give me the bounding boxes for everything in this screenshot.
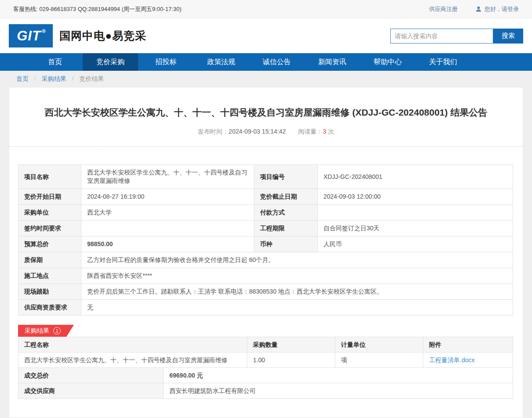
deal-total-value: 69690.00 元	[164, 368, 513, 383]
site-survey-label: 现场踏勘	[18, 284, 81, 300]
table-row: 成交供应商 西安长明建筑防水工程有限公司	[18, 383, 513, 399]
result-quantity: 1.00	[247, 353, 335, 368]
result-project-name: 西北大学长安校区学生公寓九、十、十一、十四号楼及自习室房屋漏雨维修	[18, 353, 247, 368]
breadcrumb: 首页 / 采购结果 / 竞价结果	[0, 71, 532, 87]
currency-label: 币种	[254, 236, 318, 252]
site-header: GIT ® 国网中电●易竞采 搜索	[0, 18, 532, 53]
table-row: 施工地点 陕西省西安市长安区****	[18, 268, 513, 284]
purchase-result-tag: 采购结果 1	[18, 325, 74, 337]
budget-total-value: 98850.00	[81, 236, 254, 252]
project-duration-label: 工程期限	[254, 221, 318, 236]
announcement-card: 西北大学长安校区学生公寓九、十、十一、十四号楼及自习室房屋漏雨维修 (XDJJ-…	[9, 87, 523, 418]
table-row: 供应商资质要求 无	[18, 300, 513, 316]
deal-supplier-value: 西安长明建筑防水工程有限公司	[164, 383, 513, 399]
logo-registered-mark: ®	[42, 28, 46, 34]
supplier-register-link[interactable]: 供应商注册	[429, 5, 458, 13]
breadcrumb-separator: /	[72, 75, 74, 82]
result-count-badge: 1	[53, 327, 61, 334]
signing-time-label: 签约时间要求	[18, 221, 81, 236]
deal-total-label: 成交总价	[18, 368, 164, 383]
main-nav: 首页 竞价采购 招投标 政策法规 诚信公告 新闻资讯 帮助中心 关于我们	[0, 53, 532, 71]
views-unit: 次	[328, 128, 334, 135]
table-header-row: 工程名称 采购数量 计量单位 附件	[18, 337, 513, 353]
topbar: 客服热线: 029-86618373 QQ:2881944994 (周一至周五9…	[0, 0, 532, 18]
page-title: 西北大学长安校区学生公寓九、十、十一、十四号楼及自习室房屋漏雨维修 (XDJJ-…	[9, 87, 523, 118]
payment-method-value	[318, 205, 513, 221]
table-row: 西北大学长安校区学生公寓九、十、十一、十四号楼及自习室房屋漏雨维修 1.00 项…	[18, 353, 513, 368]
table-row: 质保期 乙方对合同工程的质量保修期为验收合格并交付使用之日起 60个月。	[18, 252, 513, 268]
table-row: 项目名称 西北大学长安校区学生公寓九、十、十一、十四号楼及自习室房屋漏雨维修 项…	[18, 165, 513, 189]
search-bar: 搜索	[390, 29, 523, 44]
currency-value: 人民币	[318, 236, 513, 252]
warranty-value: 乙方对合同工程的质量保修期为验收合格并交付使用之日起 60个月。	[81, 252, 513, 268]
breadcrumb-current: 竞价结果	[79, 75, 104, 82]
bid-start-label: 竞价开始日期	[18, 189, 81, 205]
breadcrumb-home[interactable]: 首页	[16, 75, 29, 82]
nav-item-help-center[interactable]: 帮助中心	[360, 53, 415, 71]
login-group[interactable]: 您好，请登录	[475, 5, 519, 13]
header-quantity: 采购数量	[247, 337, 335, 353]
construction-site-label: 施工地点	[18, 268, 81, 284]
nav-item-policy[interactable]: 政策法规	[194, 53, 249, 71]
logo-text: GIT	[17, 28, 41, 44]
purchase-result-table: 工程名称 采购数量 计量单位 附件 西北大学长安校区学生公寓九、十、十一、十四号…	[18, 337, 513, 399]
nav-item-news[interactable]: 新闻资讯	[305, 53, 360, 71]
result-unit: 项	[335, 353, 423, 368]
bid-deadline-label: 竞价截止日期	[254, 189, 318, 205]
service-hotline-text: 客服热线: 029-86618373 QQ:2881944994 (周一至周五9…	[13, 5, 181, 13]
table-row: 预算总价 98850.00 币种 人民币	[18, 236, 513, 252]
purchase-result-tag-label: 采购结果	[25, 327, 49, 335]
supplier-qualification-label: 供应商资质要求	[18, 300, 81, 316]
dashed-divider	[9, 146, 523, 147]
header-unit: 计量单位	[335, 337, 423, 353]
breadcrumb-purchase-results[interactable]: 采购结果	[42, 75, 66, 82]
payment-method-label: 付款方式	[254, 205, 318, 221]
site-brand-name: 国网中电●易竞采	[59, 29, 147, 43]
warranty-label: 质保期	[18, 252, 81, 268]
topbar-right: 供应商注册 您好，请登录	[429, 5, 519, 13]
table-row: 成交总价 69690.00 元	[18, 368, 513, 383]
project-info-table: 项目名称 西北大学长安校区学生公寓九、十、十一、十四号楼及自习室房屋漏雨维修 项…	[18, 164, 513, 316]
publish-time-value: 2024-09-03 15:14:42	[229, 128, 286, 135]
nav-item-about-us[interactable]: 关于我们	[415, 53, 471, 71]
breadcrumb-separator: /	[34, 75, 36, 82]
search-button[interactable]: 搜索	[493, 29, 523, 44]
site-survey-value: 竞价开启后第三个工作日。踏勘联系人：王清学 联系电话：88308530 地点：西…	[81, 284, 513, 300]
article-meta: 发布时间：2024-09-03 15:14:42阅读量：3次	[9, 128, 523, 136]
header-project-name: 工程名称	[18, 337, 247, 353]
supplier-qualification-value: 无	[81, 300, 513, 316]
bid-deadline-value: 2024-09-03 12:00:00	[318, 189, 513, 205]
table-row: 签约时间要求 工程期限 自合同签订之日30天	[18, 221, 513, 236]
purchaser-value: 西北大学	[81, 205, 254, 221]
project-number-label: 项目编号	[254, 165, 318, 189]
project-duration-value: 自合同签订之日30天	[318, 221, 513, 236]
attachment-link[interactable]: 工程量清单.docx	[429, 356, 474, 363]
views-label: 阅读量：	[298, 128, 323, 135]
deal-supplier-label: 成交供应商	[18, 383, 164, 399]
table-row: 采购单位 西北大学 付款方式	[18, 205, 513, 221]
table-row: 竞价开始日期 2024-08-27 16:19:00 竞价截止日期 2024-0…	[18, 189, 513, 205]
nav-item-home[interactable]: 首页	[27, 53, 83, 71]
login-link[interactable]: 您好，请登录	[484, 5, 519, 13]
purchaser-label: 采购单位	[18, 205, 81, 221]
nav-item-tender[interactable]: 招投标	[138, 53, 194, 71]
search-input[interactable]	[390, 29, 493, 44]
project-name-label: 项目名称	[18, 165, 81, 189]
site-logo[interactable]: GIT ®	[9, 24, 53, 47]
signing-time-value	[81, 221, 254, 236]
publish-time-label: 发布时间：	[198, 128, 229, 135]
nav-item-bidding-purchase[interactable]: 竞价采购	[83, 53, 138, 71]
person-icon	[475, 6, 482, 12]
budget-total-label: 预算总价	[18, 236, 81, 252]
project-name-value: 西北大学长安校区学生公寓九、十、十一、十四号楼及自习室房屋漏雨维修	[81, 165, 254, 189]
nav-item-integrity-notice[interactable]: 诚信公告	[249, 53, 305, 71]
project-number-value: XDJJ-GC-202408001	[318, 165, 513, 189]
views-count: 3	[323, 128, 327, 135]
construction-site-value: 陕西省西安市长安区****	[81, 268, 513, 284]
bid-start-value: 2024-08-27 16:19:00	[81, 189, 254, 205]
header-attachment: 附件	[423, 337, 513, 353]
table-row: 现场踏勘 竞价开启后第三个工作日。踏勘联系人：王清学 联系电话：88308530…	[18, 284, 513, 300]
